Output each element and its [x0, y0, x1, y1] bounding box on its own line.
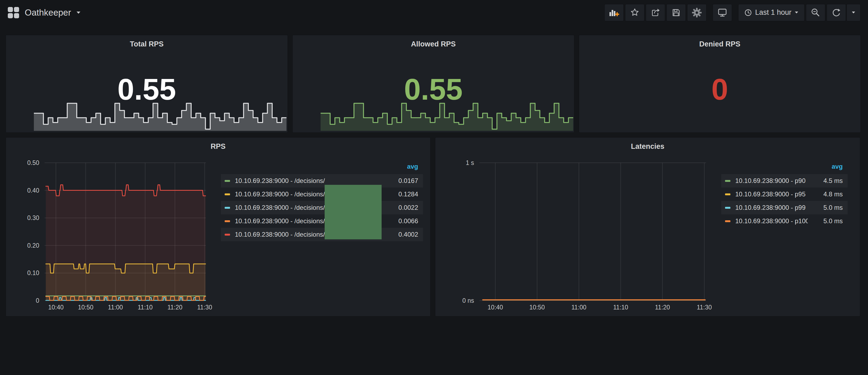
series-label[interactable]: 10.10.69.238:9000 - p95 — [735, 190, 808, 198]
legend-row[interactable]: 10.10.69.238:9000 - /decisions/0.1284 — [221, 187, 423, 201]
legend-row[interactable]: 10.10.69.238:9000 - p904.5 ms — [721, 174, 847, 187]
add-panel-button[interactable] — [604, 4, 624, 21]
y-tick-label: 0 ns — [463, 297, 474, 304]
time-range-picker[interactable]: Last 1 hour — [738, 4, 805, 21]
x-tick-label: 11:10 — [613, 304, 628, 311]
chevron-down-icon — [795, 11, 798, 14]
share-icon — [651, 8, 660, 18]
series-label[interactable]: 10.10.69.238:9000 - p99 — [735, 204, 808, 211]
series-color-swatch[interactable] — [225, 207, 230, 209]
legend-avg-header[interactable]: avg — [721, 161, 847, 174]
x-tick-label: 10:40 — [488, 304, 503, 311]
legend-overlay — [324, 185, 381, 239]
navbar-left: Oathkeeper — [7, 7, 81, 19]
grafana-dashboard: Oathkeeper — [0, 0, 868, 375]
legend-row[interactable]: 10.10.69.238:9000 - p995.0 ms — [721, 201, 847, 214]
star-icon — [630, 8, 640, 18]
series-color-swatch[interactable] — [725, 207, 731, 209]
rps-legend: avg10.10.69.238:9000 - /decisions/0.0167… — [221, 161, 423, 241]
legend-row[interactable]: 10.10.69.238:9000 - p1005.0 ms — [721, 214, 847, 228]
legend-row[interactable]: 10.10.69.238:9000 - /decisions/0.0066 — [221, 214, 423, 228]
save-icon — [671, 8, 681, 18]
x-tick-label: 10:50 — [78, 304, 94, 311]
dashboard-title[interactable]: Oathkeeper — [25, 7, 71, 18]
panel-allowed-rps: Allowed RPS 0.55 — [292, 35, 574, 133]
series-avg-value: 0.0167 — [383, 177, 423, 185]
series-label[interactable]: 10.10.69.238:9000 - p100 — [735, 217, 808, 225]
series-avg-value: 0.1284 — [383, 190, 423, 198]
x-tick-label: 11:30 — [197, 304, 212, 311]
settings-button[interactable] — [687, 4, 707, 21]
series-color-swatch[interactable] — [225, 234, 230, 236]
legend-row[interactable]: 10.10.69.238:9000 - /decisions/0.0022 — [221, 201, 423, 214]
series-color-swatch[interactable] — [725, 180, 731, 182]
sparkline — [34, 99, 286, 131]
series-label[interactable]: 10.10.69.238:9000 - /decisions/ — [235, 177, 383, 185]
stat-value: 0 — [579, 74, 861, 104]
favorite-button[interactable] — [625, 4, 644, 21]
monitor-icon — [717, 8, 727, 18]
search-minus-icon — [811, 8, 820, 18]
navbar: Oathkeeper — [0, 0, 868, 25]
series-avg-value: 0.0066 — [383, 217, 423, 225]
panel-title[interactable]: Denied RPS — [579, 40, 861, 49]
x-tick-label: 11:10 — [137, 304, 153, 311]
panel-latencies: Latencies 10:4010:5011:0011:1011:2011:30… — [435, 137, 860, 316]
x-tick-label: 11:30 — [697, 304, 712, 311]
y-tick-label: 0.30 — [27, 214, 39, 221]
sparkline — [320, 99, 573, 131]
latencies-legend: avg10.10.69.238:9000 - p904.5 ms10.10.69… — [721, 161, 847, 228]
refresh-button[interactable] — [827, 4, 846, 21]
series-color-swatch[interactable] — [225, 220, 230, 222]
series-area — [46, 185, 206, 301]
gear-icon — [692, 7, 702, 18]
x-tick-label: 10:40 — [48, 304, 64, 311]
cycle-view-mode-button[interactable] — [713, 4, 732, 21]
panel-title[interactable]: Total RPS — [6, 40, 287, 49]
series-avg-value: 5.0 ms — [808, 217, 847, 225]
y-tick-label: 0.50 — [27, 159, 39, 166]
chevron-down-icon[interactable] — [76, 11, 81, 14]
dashboard-grid-icon[interactable] — [7, 7, 19, 19]
legend-row[interactable]: 10.10.69.238:9000 - /decisions/0.0167 — [221, 174, 423, 187]
series-avg-value: 4.5 ms — [808, 177, 847, 185]
panel-total-rps: Total RPS 0.55 — [6, 35, 288, 133]
clock-icon — [744, 9, 752, 17]
y-tick-label: 0.10 — [27, 270, 39, 276]
series-color-swatch[interactable] — [725, 220, 731, 222]
zoom-out-button[interactable] — [806, 4, 825, 21]
series-color-swatch[interactable] — [225, 180, 230, 182]
series-color-swatch[interactable] — [725, 193, 731, 195]
series-label[interactable]: 10.10.69.238:9000 - p90 — [735, 177, 808, 185]
y-tick-label: 0.20 — [27, 242, 39, 249]
navbar-toolbar: Last 1 hour — [603, 4, 861, 21]
chevron-down-icon — [851, 11, 856, 14]
y-tick-label: 0 — [36, 297, 39, 304]
panel-title[interactable]: RPS — [6, 143, 430, 151]
panel-denied-rps: Denied RPS 0 — [579, 35, 861, 133]
series-avg-value: 0.4002 — [383, 231, 423, 238]
legend-avg-header[interactable]: avg — [221, 161, 423, 174]
x-tick-label: 11:20 — [167, 304, 183, 311]
time-range-label: Last 1 hour — [755, 8, 792, 17]
y-tick-label: 1 s — [466, 159, 474, 166]
x-tick-label: 10:50 — [529, 304, 545, 311]
y-tick-label: 0.40 — [27, 187, 39, 194]
panel-title[interactable]: Latencies — [435, 143, 860, 151]
series-avg-value: 5.0 ms — [808, 204, 847, 211]
refresh-icon — [832, 8, 841, 18]
series-avg-value: 0.0022 — [383, 204, 423, 211]
save-button[interactable] — [666, 4, 686, 21]
series-color-swatch[interactable] — [225, 193, 230, 195]
legend-row[interactable]: 10.10.69.238:9000 - p954.8 ms — [721, 187, 847, 201]
bar-chart-plus-icon — [609, 8, 619, 18]
refresh-interval-picker[interactable] — [846, 4, 861, 21]
panel-rps: RPS 10:4010:5011:0011:1011:2011:3000.100… — [6, 137, 431, 316]
series-avg-value: 4.8 ms — [808, 190, 847, 198]
x-tick-label: 11:00 — [571, 304, 586, 311]
legend-row[interactable]: 10.10.69.238:9000 - /decisions/0.4002 — [221, 228, 423, 241]
share-button[interactable] — [646, 4, 665, 21]
x-tick-label: 11:00 — [108, 304, 123, 311]
x-tick-label: 11:20 — [655, 304, 670, 311]
panel-title[interactable]: Allowed RPS — [293, 40, 574, 49]
